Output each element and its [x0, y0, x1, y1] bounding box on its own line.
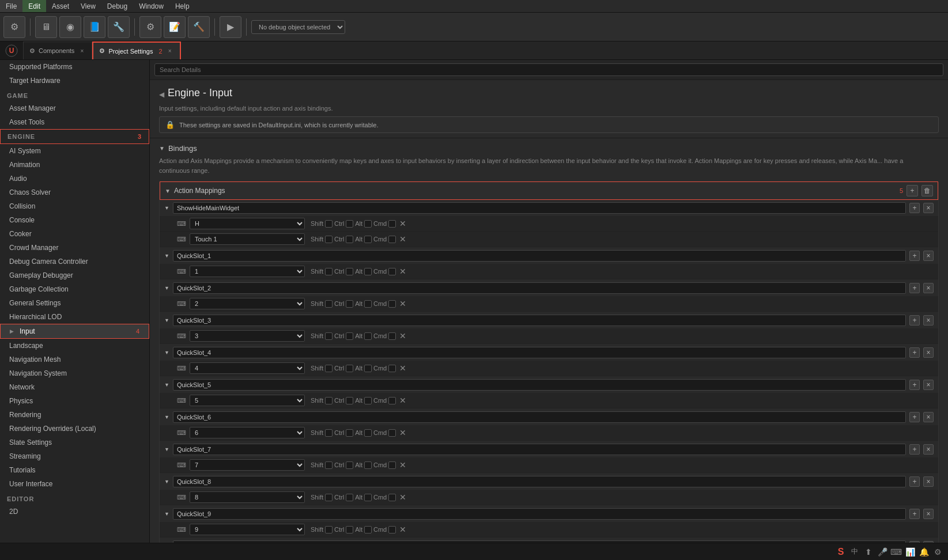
gear2-toolbar-btn[interactable]: ⚙: [139, 16, 161, 38]
action-qs7-del-btn[interactable]: ×: [923, 444, 934, 455]
action-qs2-add-btn[interactable]: +: [909, 283, 920, 293]
taskbar-chinese-icon[interactable]: 中: [849, 546, 860, 558]
action-qs2-arrow[interactable]: ▼: [164, 285, 169, 291]
shift-qs5[interactable]: [325, 397, 333, 404]
cmd-checkbox-h[interactable]: [388, 220, 396, 228]
key-touch1-delete-btn[interactable]: ✕: [398, 234, 407, 244]
action-qs1-arrow[interactable]: ▼: [164, 253, 169, 259]
key-8-delete-btn[interactable]: ✕: [398, 493, 407, 502]
sidebar-item-animation[interactable]: Animation: [0, 158, 149, 172]
key-4-selector[interactable]: 4: [190, 362, 305, 374]
key-1-delete-btn[interactable]: ✕: [398, 267, 407, 276]
action-qs9-del-btn[interactable]: ×: [923, 509, 934, 519]
cmd-qs8[interactable]: [388, 494, 396, 501]
tab-settings-close[interactable]: ×: [166, 47, 174, 55]
action-qs1-add-btn[interactable]: +: [909, 251, 920, 261]
sidebar-item-chaos-solver[interactable]: Chaos Solver: [0, 186, 149, 199]
key-touch1-selector[interactable]: Touch 1: [190, 233, 305, 245]
build-toolbar-btn[interactable]: 🔨: [188, 16, 210, 38]
key-3-selector[interactable]: 3: [190, 330, 305, 342]
alt-qs5[interactable]: [364, 397, 372, 404]
key-8-selector[interactable]: 8: [190, 491, 305, 503]
sidebar-item-hierarchical-lod[interactable]: Hierarchical LOD: [0, 310, 149, 324]
action-qs4-add-btn[interactable]: +: [909, 347, 920, 358]
shift-qs2[interactable]: [325, 300, 333, 308]
debug-object-selector[interactable]: No debug object selected: [251, 20, 345, 34]
editor-toolbar-btn[interactable]: 📝: [164, 16, 186, 38]
sidebar-item-physics[interactable]: Physics: [0, 394, 149, 408]
cmd-qs1[interactable]: [388, 268, 396, 275]
sidebar-item-audio[interactable]: Audio: [0, 172, 149, 186]
menu-help[interactable]: Help: [169, 0, 195, 12]
action-qs6-del-btn[interactable]: ×: [923, 412, 934, 422]
sidebar-item-gameplay-debugger[interactable]: Gameplay Debugger: [0, 268, 149, 282]
action-qs6-arrow[interactable]: ▼: [164, 414, 169, 420]
key-h-selector[interactable]: H: [190, 218, 305, 229]
action-qs3-arrow[interactable]: ▼: [164, 317, 169, 323]
sidebar-item-target-hardware[interactable]: Target Hardware: [0, 74, 149, 88]
sidebar-item-landscape[interactable]: Landscape: [0, 339, 149, 353]
key-3-delete-btn[interactable]: ✕: [398, 331, 407, 340]
shift-qs9[interactable]: [325, 526, 333, 533]
key-9-selector[interactable]: 9: [190, 524, 305, 535]
sidebar-item-streaming[interactable]: Streaming: [0, 449, 149, 463]
menu-window[interactable]: Window: [133, 0, 169, 12]
action-qs9-add-btn[interactable]: +: [909, 509, 920, 519]
ctrl-checkbox-touch1[interactable]: [346, 236, 353, 243]
shift-qs7[interactable]: [325, 461, 333, 469]
action-qs2-name-field[interactable]: [173, 282, 906, 294]
action-qs9-name-field[interactable]: [173, 508, 906, 520]
shift-checkbox-h[interactable]: [325, 220, 333, 228]
menu-edit[interactable]: Edit: [22, 0, 46, 12]
action-qs5-name-field[interactable]: [173, 379, 906, 391]
tab-project-settings[interactable]: ⚙ Project Settings 2 ×: [92, 41, 180, 59]
alt-qs1[interactable]: [364, 268, 372, 275]
sidebar-item-debug-camera[interactable]: Debug Camera Controller: [0, 255, 149, 268]
sidebar-item-user-interface[interactable]: User Interface: [0, 477, 149, 491]
ctrl-qs4[interactable]: [346, 365, 353, 372]
sidebar-item-rendering-overrides[interactable]: Rendering Overrides (Local): [0, 422, 149, 436]
action-show-hide-name-field[interactable]: [173, 202, 906, 214]
sidebar-item-navigation-system[interactable]: Navigation System: [0, 366, 149, 380]
sidebar-item-asset-tools[interactable]: Asset Tools: [0, 115, 149, 129]
alt-qs9[interactable]: [364, 526, 372, 533]
alt-qs8[interactable]: [364, 494, 372, 501]
action-qs1-del-btn[interactable]: ×: [923, 251, 934, 261]
shift-qs4[interactable]: [325, 365, 333, 372]
action-qs6-add-btn[interactable]: +: [909, 412, 920, 422]
action-qs5-arrow[interactable]: ▼: [164, 382, 169, 388]
play-toolbar-btn[interactable]: ▶: [220, 16, 241, 38]
action-qs2-del-btn[interactable]: ×: [923, 283, 934, 293]
cmd-qs5[interactable]: [388, 397, 396, 404]
key-4-delete-btn[interactable]: ✕: [398, 364, 407, 373]
alt-qs3[interactable]: [364, 332, 372, 340]
camera-toolbar-btn[interactable]: ◉: [59, 16, 81, 38]
taskbar-bell-icon[interactable]: 🔔: [918, 546, 930, 558]
ctrl-qs9[interactable]: [346, 526, 353, 533]
action-qs6-name-field[interactable]: [173, 411, 906, 423]
alt-qs4[interactable]: [364, 365, 372, 372]
action-qs8-name-field[interactable]: [173, 476, 906, 487]
action-qs3-name-field[interactable]: [173, 315, 906, 326]
action-qs5-add-btn[interactable]: +: [909, 380, 920, 390]
action-qs4-del-btn[interactable]: ×: [923, 347, 934, 358]
action-mappings-delete-btn[interactable]: 🗑: [921, 185, 933, 196]
taskbar-chart-icon[interactable]: 📊: [904, 546, 916, 558]
ctrl-qs6[interactable]: [346, 429, 353, 437]
sidebar-item-navigation-mesh[interactable]: Navigation Mesh: [0, 353, 149, 366]
taskbar-mic-icon[interactable]: 🎤: [877, 546, 888, 558]
cmd-qs6[interactable]: [388, 429, 396, 437]
action-qs9-arrow[interactable]: ▼: [164, 511, 169, 517]
menu-file[interactable]: File: [0, 0, 22, 12]
ctrl-qs5[interactable]: [346, 397, 353, 404]
action-qs7-arrow[interactable]: ▼: [164, 447, 169, 452]
cmd-qs7[interactable]: [388, 461, 396, 469]
sidebar-item-general-settings[interactable]: General Settings: [0, 296, 149, 310]
key-2-delete-btn[interactable]: ✕: [398, 299, 407, 308]
shift-qs3[interactable]: [325, 332, 333, 340]
action-show-hide-del-btn[interactable]: ×: [923, 203, 934, 213]
action-show-hide-add-btn[interactable]: +: [909, 203, 920, 213]
key-2-selector[interactable]: 2: [190, 298, 305, 309]
action-qs7-add-btn[interactable]: +: [909, 444, 920, 455]
ctrl-qs3[interactable]: [346, 332, 353, 340]
